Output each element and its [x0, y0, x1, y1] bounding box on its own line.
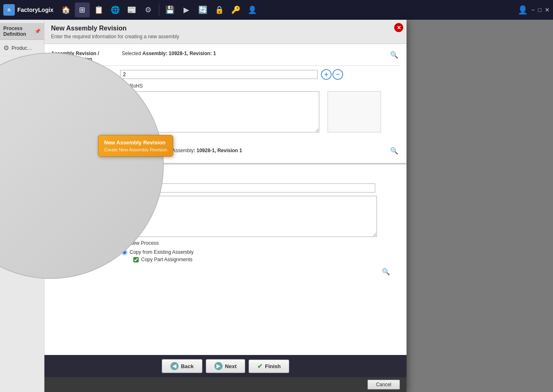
next-label: Next	[225, 363, 237, 369]
tooltip-box: New Assembly Revision Create New Assembl…	[98, 135, 173, 157]
assembly-selected-value: Selected Assembly: 10928-1, Revision: 1	[122, 49, 383, 56]
nav-settings-icon[interactable]: ⚙	[141, 2, 156, 17]
products-icon: ⚙	[3, 44, 9, 52]
cancel-area: Cancel	[44, 377, 407, 392]
back-button[interactable]: ◀ Back	[162, 359, 202, 373]
content-area: New Assembly Revision Create New Assembl…	[44, 20, 553, 392]
dialog-close-button[interactable]: ✕	[394, 23, 403, 32]
nav-play-icon[interactable]: ▶	[179, 2, 194, 17]
remove-revision-button[interactable]: −	[332, 69, 343, 80]
process-search-button[interactable]: 🔍	[380, 266, 392, 277]
new-process-row: New Process	[122, 240, 400, 246]
logo-icon: n	[3, 4, 15, 16]
nav-doc-icon[interactable]: 📰	[124, 2, 139, 17]
copy-existing-process-label: Copy from Existing Assembly	[130, 249, 193, 255]
topbar-right: 👤 − □ ✕	[518, 5, 550, 15]
next-button[interactable]: ▶ Next	[206, 359, 245, 373]
dialog-title: New Assembly Revision	[51, 25, 400, 32]
nav-sep-1	[159, 4, 159, 16]
dialog-header: New Assembly Revision Enter the required…	[44, 20, 407, 44]
nav-refresh-icon[interactable]: 🔄	[195, 2, 210, 17]
new-assembly-revision-input[interactable]	[120, 70, 318, 79]
topbar: n FactoryLogix 🏠 ⊞ 📋 🌐 📰 ⚙ 💾 ▶ 🔄 🔒 🔑 👤 👤…	[0, 0, 553, 20]
cancel-button[interactable]: Cancel	[367, 380, 400, 390]
app-logo: n FactoryLogix	[3, 4, 53, 16]
window-max[interactable]: □	[538, 7, 541, 13]
finish-button[interactable]: ✔ Finish	[249, 360, 289, 373]
nav-user-icon[interactable]: 👤	[245, 2, 260, 17]
dialog-subtitle: Enter the required information for creat…	[51, 34, 400, 39]
nav-lock2-icon[interactable]: 🔑	[228, 2, 243, 17]
copy-existing-search-button[interactable]: 🔍	[388, 145, 400, 156]
rohs-row: RoHS	[122, 83, 400, 89]
main-area: Process Definition 📌 ⚙ Produc… 👥 Process…	[0, 20, 553, 392]
right-side-panel	[328, 91, 381, 132]
sidebar-title: Process Definition	[3, 26, 35, 37]
assembly-revision-row: Assembly Revision /Process Revision Sele…	[51, 49, 400, 62]
copy-part-assignments-checkbox[interactable]	[133, 257, 139, 262]
pin-icon: 📌	[35, 28, 41, 34]
window-close[interactable]: ✕	[545, 7, 550, 13]
copy-part-assignments-label: Copy Part Assignments	[141, 257, 193, 262]
nav-lock1-icon[interactable]: 🔒	[212, 2, 227, 17]
nav-grid-icon[interactable]: ⊞	[75, 2, 90, 17]
finish-label: Finish	[265, 363, 281, 369]
assembly-search-button[interactable]: 🔍	[388, 49, 400, 60]
plus-minus-controls: + −	[321, 69, 343, 80]
copy-existing-process-row: Copy from Existing Assembly	[122, 249, 400, 255]
nav-globe-icon[interactable]: 🌐	[108, 2, 123, 17]
nav-save-icon[interactable]: 💾	[163, 2, 177, 17]
back-label: Back	[181, 363, 194, 369]
process-description-textarea[interactable]	[122, 196, 377, 237]
add-revision-button[interactable]: +	[321, 69, 332, 80]
nav-clipboard-icon[interactable]: 📋	[91, 2, 106, 17]
copy-part-assignments-row: Copy Part Assignments	[133, 257, 400, 262]
sidebar-header: Process Definition 📌	[0, 23, 44, 40]
nav-home-icon[interactable]: 🏠	[58, 2, 73, 17]
app-name: FactoryLogix	[17, 7, 53, 13]
tooltip-subtitle: Create New Assembly Revision	[104, 147, 167, 152]
tooltip-title: New Assembly Revision	[104, 139, 167, 146]
next-arrow-icon: ▶	[214, 362, 223, 370]
window-min[interactable]: −	[531, 7, 534, 13]
dialog-footer: ◀ Back ▶ Next ✔ Finish	[44, 355, 407, 377]
sidebar-products-label: Produc…	[12, 45, 32, 51]
user-profile-icon[interactable]: 👤	[518, 5, 528, 15]
back-arrow-icon: ◀	[170, 362, 179, 370]
finish-check-icon: ✔	[257, 362, 263, 370]
